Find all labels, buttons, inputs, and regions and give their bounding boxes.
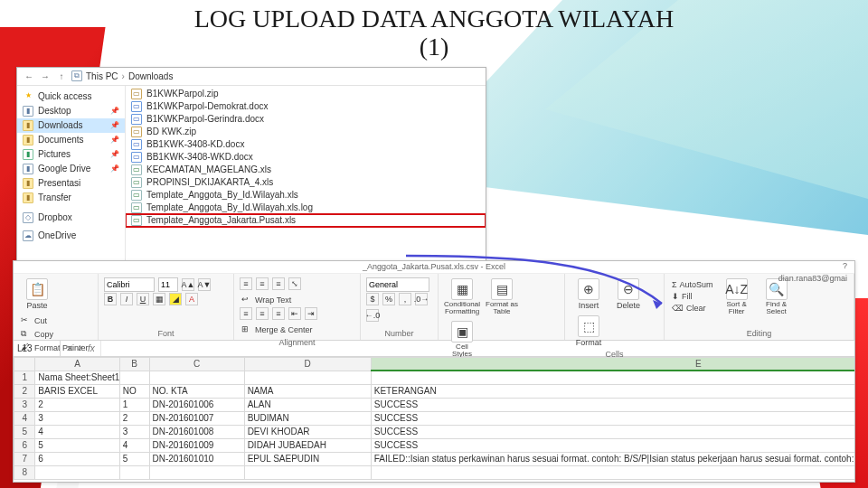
file-row[interactable]: ▭Template_Anggota_By_Id.Wilayah.xls.log xyxy=(126,202,486,214)
cell[interactable] xyxy=(149,371,244,384)
cell[interactable]: BUDIMAN xyxy=(244,411,371,425)
row-header[interactable]: 1 xyxy=(14,371,35,384)
fill-button[interactable]: ⬇Fill xyxy=(670,291,715,302)
copy-button[interactable]: ⧉Copy xyxy=(19,328,90,341)
conditional-formatting-button[interactable]: ▦Conditional Formatting xyxy=(444,277,480,316)
row-header[interactable]: 3 xyxy=(14,398,35,411)
find-select-button[interactable]: 🔍Find & Select xyxy=(759,277,795,316)
decrease-font-icon[interactable]: A▼ xyxy=(198,278,211,291)
sidebar-item[interactable]: ▮Presentasi xyxy=(17,176,125,191)
cell[interactable]: SUCCESS xyxy=(371,411,854,425)
cell[interactable]: SUCCESS xyxy=(371,438,854,452)
sidebar-dropbox[interactable]: ◇ Dropbox xyxy=(17,211,125,225)
fx-icon[interactable]: fx xyxy=(88,343,95,353)
nav-up-icon[interactable]: ↑ xyxy=(55,70,68,82)
sidebar-item[interactable]: ▮Pictures📌 xyxy=(17,147,125,162)
wrap-text-button[interactable]: ↩Wrap Text xyxy=(240,294,293,306)
column-header[interactable]: B xyxy=(119,357,149,371)
file-row[interactable]: ▭B1KWKParpol-Demokrat.docx xyxy=(126,100,486,113)
cell[interactable]: KETERANGAN xyxy=(371,384,854,398)
cell[interactable]: NO xyxy=(119,384,149,398)
cell[interactable]: NAMA xyxy=(244,384,371,398)
cell[interactable]: DN-201601008 xyxy=(149,425,244,438)
column-header[interactable]: A xyxy=(35,357,119,371)
align-top-icon[interactable]: ≡ xyxy=(240,277,252,290)
align-middle-icon[interactable]: ≡ xyxy=(256,277,269,290)
borders-button[interactable]: ▦ xyxy=(153,293,165,305)
sidebar-onedrive[interactable]: ☁ OneDrive xyxy=(17,229,125,243)
breadcrumb-root[interactable]: This PC xyxy=(86,71,118,81)
cell[interactable]: 3 xyxy=(35,411,119,425)
file-row[interactable]: ▭PROPINSI_DKIJAKARTA_4.xls xyxy=(126,176,486,189)
cell[interactable]: DN-201601007 xyxy=(149,411,244,425)
column-header[interactable]: E xyxy=(371,357,854,371)
column-header[interactable]: D xyxy=(244,357,371,371)
breadcrumb-folder[interactable]: Downloads xyxy=(128,71,173,81)
increase-font-icon[interactable]: A▲ xyxy=(182,278,194,291)
file-row[interactable]: ▭KECAMATAN_MAGELANG.xls xyxy=(126,164,486,176)
formula-input[interactable] xyxy=(100,341,854,356)
insert-button[interactable]: ⊕Insert xyxy=(571,277,607,311)
file-row[interactable]: ▭BB1KWK-3408-WKD.docx xyxy=(126,151,486,164)
cell[interactable]: NO. KTA xyxy=(149,384,244,398)
file-row[interactable]: ▭B1KWKParpol.zip xyxy=(126,88,486,100)
cell[interactable]: DIDAH JUBAEDAH xyxy=(244,438,371,452)
cell[interactable]: ALAN xyxy=(244,398,371,411)
cell[interactable]: 2 xyxy=(119,411,149,425)
align-right-icon[interactable]: ≡ xyxy=(272,307,285,320)
cell[interactable]: 1 xyxy=(119,398,149,411)
cell[interactable]: EPUL SAEPUDIN xyxy=(244,452,371,465)
delete-button[interactable]: ⊖Delete xyxy=(610,277,646,311)
align-bottom-icon[interactable]: ≡ xyxy=(272,277,285,290)
file-row[interactable]: ▭BD KWK.zip xyxy=(126,126,486,138)
sidebar-item[interactable]: ▮Documents📌 xyxy=(17,133,125,147)
cell[interactable]: 3 xyxy=(119,425,149,438)
cancel-icon[interactable]: ✕ xyxy=(66,343,73,353)
sidebar-item[interactable]: ▮Desktop📌 xyxy=(17,104,125,118)
file-row[interactable]: ▭B1KWKParpol-Gerindra.docx xyxy=(126,113,486,126)
indent-dec-icon[interactable]: ⇤ xyxy=(288,307,301,320)
merge-center-button[interactable]: ⊞Merge & Center xyxy=(240,324,315,336)
file-row[interactable]: ▭Template_Anggota_Jakarta.Pusat.xls xyxy=(126,214,486,227)
font-family-select[interactable] xyxy=(104,277,155,292)
row-header[interactable]: 5 xyxy=(14,425,35,438)
help-icon[interactable]: ? xyxy=(843,261,847,270)
accounting-icon[interactable]: $ xyxy=(366,293,379,305)
nav-forward-icon[interactable]: → xyxy=(39,70,52,82)
cell[interactable]: DEVI KHODAR xyxy=(244,425,371,438)
cell[interactable] xyxy=(244,465,371,479)
cell[interactable] xyxy=(119,371,149,384)
cell[interactable] xyxy=(244,371,371,384)
cell[interactable]: 2 xyxy=(35,398,119,411)
row-header[interactable]: 2 xyxy=(14,384,35,398)
autosum-button[interactable]: ΣAutoSum xyxy=(670,279,715,290)
cell[interactable]: 4 xyxy=(35,425,119,438)
cell[interactable]: SUCCESS xyxy=(371,425,854,438)
indent-inc-icon[interactable]: ⇥ xyxy=(305,307,317,320)
bold-button[interactable]: B xyxy=(104,293,117,305)
row-header[interactable]: 7 xyxy=(14,452,35,465)
cell[interactable] xyxy=(149,465,244,479)
file-row[interactable]: ▭Template_Anggota_By_Id.Wilayah.xls xyxy=(126,189,486,202)
worksheet[interactable]: ABCDE 1Nama Sheet:Sheet12BARIS EXCELNONO… xyxy=(14,357,854,482)
sort-filter-button[interactable]: A↓ZSort & Filter xyxy=(719,277,755,316)
row-header[interactable]: 6 xyxy=(14,438,35,452)
cell[interactable]: Nama Sheet:Sheet1 xyxy=(35,371,119,384)
cell[interactable] xyxy=(371,465,854,479)
account-label[interactable]: dian.rana83@gmai xyxy=(778,274,847,283)
font-size-select[interactable] xyxy=(158,277,178,292)
cell[interactable]: 5 xyxy=(119,452,149,465)
nav-back-icon[interactable]: ← xyxy=(23,70,35,82)
breadcrumb[interactable]: ⧉ This PC Downloads xyxy=(71,70,173,81)
file-row[interactable]: ▭BB1KWK-3408-KD.docx xyxy=(126,138,486,151)
format-as-table-button[interactable]: ▤Format as Table xyxy=(484,277,520,316)
font-color-button[interactable]: A xyxy=(185,293,198,305)
cell[interactable] xyxy=(371,371,854,384)
inc-decimal-icon[interactable]: .0→ xyxy=(415,293,428,305)
number-format-select[interactable] xyxy=(366,277,429,292)
enter-icon[interactable]: ✓ xyxy=(77,343,84,353)
cell[interactable]: 5 xyxy=(35,438,119,452)
cell[interactable]: 4 xyxy=(119,438,149,452)
row-header[interactable]: 8 xyxy=(14,465,35,479)
fill-color-button[interactable]: ◢ xyxy=(169,293,182,305)
